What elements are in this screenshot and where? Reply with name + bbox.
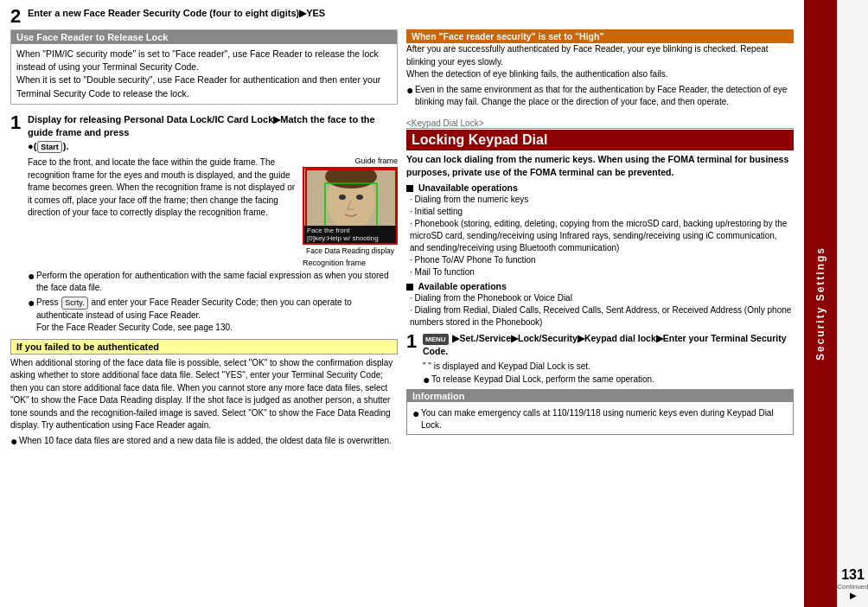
- available-ops-header: Available operations: [406, 281, 794, 291]
- page-number-area: 131 Continued ▶: [837, 0, 868, 607]
- unavailable-ops-section: Unavailable operations · Dialing from th…: [406, 182, 794, 278]
- main-content: 2 Enter a new Face Reader Security Code …: [0, 0, 804, 607]
- step1-content: Display for releasing Personal Data Lock…: [28, 113, 398, 334]
- info-bullet-dot: ●: [412, 407, 421, 419]
- unavailable-ops-title: Unavailable operations: [418, 182, 518, 193]
- available-ops-title: Available operations: [418, 281, 507, 291]
- step1-description-text: Face to the front, and locate the face w…: [28, 157, 295, 217]
- avail-item-1: · Dialing from the Phonebook or Voice Di…: [406, 292, 794, 304]
- page-number: 131: [841, 567, 865, 583]
- continued-arrow-icon: ▶: [850, 591, 857, 600]
- bullet2-text: Press Scrty. and enter your Face Reader …: [36, 297, 398, 334]
- use-face-reader-section: Use Face Reader to Release Lock When "PI…: [10, 29, 398, 105]
- information-body: ● You can make emergency calls at 110/11…: [407, 402, 793, 434]
- info-bullet-text: You can make emergency calls at 110/119/…: [421, 407, 788, 431]
- step1-header: Display for releasing Personal Data Lock…: [28, 113, 398, 153]
- face-security-header: When "Face reader security" is set to "H…: [406, 29, 794, 43]
- unavail-item-5: · Mail To function: [406, 266, 794, 278]
- step1-right: 1 MENU ▶Set./Service▶Lock/Security▶Keypa…: [406, 332, 794, 386]
- available-ops-section: Available operations · Dialing from the …: [406, 281, 794, 329]
- keypad-sub-header: <Keypad Dial Lock>: [406, 118, 794, 129]
- unavailable-ops-header: Unavailable operations: [406, 182, 794, 193]
- unavailable-square-icon: [406, 185, 413, 192]
- face-security-body: After you are successfully authenticated…: [406, 43, 794, 108]
- failed-auth-section: If you failed to be authenticated When a…: [10, 339, 398, 447]
- face-image-container: Guide frame: [303, 157, 398, 267]
- release-note-item: ● To release Keypad Dial Lock, perform t…: [423, 374, 794, 386]
- left-column: Use Face Reader to Release Lock When "PI…: [10, 29, 398, 600]
- menu-icon: MENU: [423, 334, 449, 345]
- unavail-item-3: · Phonebook (storing, editing, deleting,…: [406, 218, 794, 254]
- release-bullet-dot: ●: [423, 374, 431, 386]
- face-security-bullet: ● Even in the same environment as that f…: [406, 84, 794, 108]
- step2-header: 2 Enter a new Face Reader Security Code …: [10, 7, 794, 26]
- keypad-main-header: Locking Keypad Dial: [406, 130, 794, 150]
- use-face-reader-text: When "PIM/IC security mode" is set to "F…: [16, 48, 380, 99]
- bullet2-item: ● Press Scrty. and enter your Face Reade…: [28, 297, 398, 334]
- step1-description: Face to the front, and locate the face w…: [28, 157, 297, 220]
- step1-container: 1 Display for releasing Personal Data Lo…: [10, 113, 398, 334]
- failed-auth-text: When additional storing of the face data…: [10, 358, 393, 431]
- face-data-reading-label: Face Data Reading display: [303, 246, 398, 255]
- unavail-item-4: · Phone To/AV Phone To function: [406, 254, 794, 266]
- right-column: When "Face reader security" is set to "H…: [406, 29, 794, 600]
- start-key: Start: [37, 141, 62, 154]
- release-note-text: To release Keypad Dial Lock, perform the…: [431, 374, 654, 386]
- avail-item-2: · Dialing from Redial, Dialed Calls, Rec…: [406, 304, 794, 329]
- sidebar-label: Security Settings: [814, 246, 827, 361]
- bullet-dot-1: ●: [28, 270, 36, 282]
- scrty-key: Scrty.: [61, 297, 87, 310]
- step1-header-text: Display for releasing Personal Data Lock…: [28, 114, 375, 151]
- step1-right-number: 1: [406, 332, 420, 351]
- sidebar: Security Settings: [804, 0, 837, 607]
- step2-text: Enter a new Face Reader Security Code (f…: [28, 7, 325, 20]
- step2-number: 2: [10, 7, 24, 26]
- keypad-body: You can lock dialing from the numeric ke…: [406, 153, 794, 179]
- step1-number: 1: [10, 113, 24, 132]
- guide-frame-label: Guide frame: [303, 157, 398, 165]
- step1-right-text: MENU ▶Set./Service▶Lock/Security▶Keypad …: [423, 333, 787, 356]
- keypad-lock-indicator: " " is displayed and Keypad Dial Lock is…: [423, 361, 794, 371]
- bullet-dot-2: ●: [28, 297, 36, 309]
- face-data-reading-display: Face the front[0]key:Help w/ shooting: [304, 226, 396, 243]
- failed-auth-header: If you failed to be authenticated: [10, 339, 398, 355]
- face-security-bullet-text: Even in the same environment as that for…: [415, 84, 794, 108]
- svg-point-4: [356, 195, 363, 200]
- continued-label: Continued: [837, 583, 868, 591]
- two-column-layout: Use Face Reader to Release Lock When "PI…: [10, 29, 794, 600]
- step1-body: Face to the front, and locate the face w…: [28, 157, 398, 267]
- bullet1-text: Perform the operation for authentication…: [36, 270, 398, 294]
- keypad-dial-section: <Keypad Dial Lock> Locking Keypad Dial Y…: [406, 118, 794, 435]
- available-square-icon: [406, 284, 413, 291]
- failed-bullet-item: ● When 10 face data files are stored and…: [10, 435, 398, 447]
- step1-right-content: MENU ▶Set./Service▶Lock/Security▶Keypad …: [423, 332, 794, 386]
- face-security-text: After you are successfully authenticated…: [406, 44, 769, 79]
- face-security-bullet-dot: ●: [406, 84, 415, 96]
- failed-bullet-dot: ●: [10, 435, 19, 447]
- failed-auth-body: When additional storing of the face data…: [10, 357, 398, 447]
- failed-bullet-text: When 10 face data files are stored and a…: [19, 435, 392, 447]
- face-security-high-section: When "Face reader security" is set to "H…: [406, 29, 794, 112]
- recognition-frame-area: Recognition frame: [303, 257, 398, 267]
- svg-point-3: [339, 195, 346, 200]
- information-box: Information ● You can make emergency cal…: [406, 389, 794, 435]
- information-header: Information: [407, 390, 793, 402]
- use-face-reader-header: Use Face Reader to Release Lock: [11, 30, 397, 44]
- unavail-item-2: · Initial setting: [406, 206, 794, 218]
- recognition-frame-label: Recognition frame: [303, 259, 366, 267]
- info-bullet-item: ● You can make emergency calls at 110/11…: [412, 407, 788, 431]
- face-image-box: Face the front[0]key:Help w/ shooting: [303, 167, 398, 245]
- use-face-reader-body: When "PIM/IC security mode" is set to "F…: [11, 44, 397, 104]
- unavail-item-1: · Dialing from the numeric keys: [406, 194, 794, 206]
- bullet1-item: ● Perform the operation for authenticati…: [28, 270, 398, 294]
